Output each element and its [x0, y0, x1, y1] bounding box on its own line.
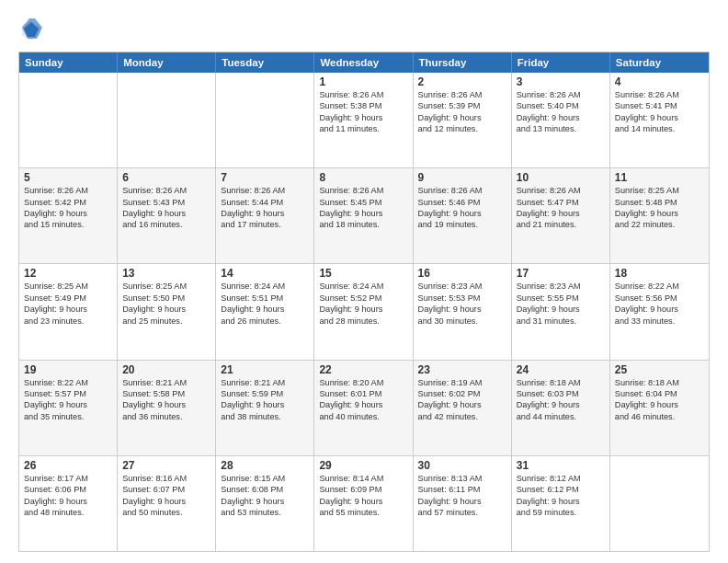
calendar: SundayMondayTuesdayWednesdayThursdayFrid…: [18, 52, 710, 552]
calendar-row-5: 26Sunrise: 8:17 AM Sunset: 6:06 PM Dayli…: [19, 455, 709, 551]
day-number: 29: [319, 459, 407, 472]
day-number: 11: [615, 171, 704, 184]
cell-text: Sunrise: 8:22 AM Sunset: 5:57 PM Dayligh…: [24, 377, 112, 423]
page: SundayMondayTuesdayWednesdayThursdayFrid…: [0, 0, 728, 563]
calendar-cell: 21Sunrise: 8:21 AM Sunset: 5:59 PM Dayli…: [216, 361, 314, 455]
day-number: 15: [319, 267, 407, 280]
calendar-cell: 4Sunrise: 8:26 AM Sunset: 5:41 PM Daylig…: [610, 73, 709, 167]
calendar-cell: 18Sunrise: 8:22 AM Sunset: 5:56 PM Dayli…: [610, 264, 709, 359]
header: [18, 17, 710, 42]
cell-text: Sunrise: 8:26 AM Sunset: 5:38 PM Dayligh…: [319, 89, 407, 135]
header-day-friday: Friday: [512, 52, 610, 73]
calendar-cell: 1Sunrise: 8:26 AM Sunset: 5:38 PM Daylig…: [314, 73, 413, 167]
calendar-cell: 23Sunrise: 8:19 AM Sunset: 6:02 PM Dayli…: [414, 361, 512, 455]
calendar-cell: 17Sunrise: 8:23 AM Sunset: 5:55 PM Dayli…: [512, 264, 610, 359]
cell-text: Sunrise: 8:15 AM Sunset: 6:08 PM Dayligh…: [221, 473, 309, 519]
calendar-cell: 28Sunrise: 8:15 AM Sunset: 6:08 PM Dayli…: [216, 456, 314, 551]
cell-text: Sunrise: 8:12 AM Sunset: 6:12 PM Dayligh…: [517, 473, 605, 519]
calendar-cell: 7Sunrise: 8:26 AM Sunset: 5:44 PM Daylig…: [216, 168, 314, 263]
cell-text: Sunrise: 8:21 AM Sunset: 5:59 PM Dayligh…: [221, 377, 309, 423]
calendar-cell: [19, 73, 118, 167]
calendar-cell: 5Sunrise: 8:26 AM Sunset: 5:42 PM Daylig…: [19, 168, 118, 263]
calendar-cell: 10Sunrise: 8:26 AM Sunset: 5:47 PM Dayli…: [512, 168, 610, 263]
calendar-cell: 9Sunrise: 8:26 AM Sunset: 5:46 PM Daylig…: [414, 168, 512, 263]
cell-text: Sunrise: 8:17 AM Sunset: 6:06 PM Dayligh…: [24, 473, 112, 519]
cell-text: Sunrise: 8:18 AM Sunset: 6:03 PM Dayligh…: [517, 377, 605, 423]
calendar-row-2: 5Sunrise: 8:26 AM Sunset: 5:42 PM Daylig…: [19, 167, 709, 263]
cell-text: Sunrise: 8:19 AM Sunset: 6:02 PM Dayligh…: [418, 377, 506, 423]
calendar-cell: 24Sunrise: 8:18 AM Sunset: 6:03 PM Dayli…: [512, 361, 610, 455]
calendar-cell: 22Sunrise: 8:20 AM Sunset: 6:01 PM Dayli…: [314, 361, 413, 455]
day-number: 13: [122, 267, 210, 280]
calendar-cell: 3Sunrise: 8:26 AM Sunset: 5:40 PM Daylig…: [512, 73, 610, 167]
calendar-cell: 13Sunrise: 8:25 AM Sunset: 5:50 PM Dayli…: [118, 264, 216, 359]
cell-text: Sunrise: 8:23 AM Sunset: 5:55 PM Dayligh…: [517, 281, 605, 327]
calendar-cell: [118, 73, 216, 167]
cell-text: Sunrise: 8:25 AM Sunset: 5:49 PM Dayligh…: [24, 281, 112, 327]
calendar-cell: 25Sunrise: 8:18 AM Sunset: 6:04 PM Dayli…: [610, 361, 709, 455]
calendar-cell: 16Sunrise: 8:23 AM Sunset: 5:53 PM Dayli…: [414, 264, 512, 359]
header-day-monday: Monday: [118, 52, 216, 73]
cell-text: Sunrise: 8:24 AM Sunset: 5:51 PM Dayligh…: [221, 281, 309, 327]
header-day-saturday: Saturday: [610, 52, 709, 73]
cell-text: Sunrise: 8:26 AM Sunset: 5:41 PM Dayligh…: [615, 89, 704, 135]
cell-text: Sunrise: 8:21 AM Sunset: 5:58 PM Dayligh…: [122, 377, 210, 423]
day-number: 6: [122, 171, 210, 184]
calendar-header: SundayMondayTuesdayWednesdayThursdayFrid…: [19, 52, 709, 73]
day-number: 1: [319, 75, 407, 88]
calendar-cell: 26Sunrise: 8:17 AM Sunset: 6:06 PM Dayli…: [19, 456, 118, 551]
cell-text: Sunrise: 8:26 AM Sunset: 5:40 PM Dayligh…: [517, 89, 605, 135]
day-number: 28: [221, 459, 309, 472]
calendar-cell: 31Sunrise: 8:12 AM Sunset: 6:12 PM Dayli…: [512, 456, 610, 551]
day-number: 5: [24, 171, 112, 184]
day-number: 10: [517, 171, 605, 184]
cell-text: Sunrise: 8:14 AM Sunset: 6:09 PM Dayligh…: [319, 473, 407, 519]
header-day-sunday: Sunday: [19, 52, 118, 73]
day-number: 4: [615, 75, 704, 88]
calendar-row-1: 1Sunrise: 8:26 AM Sunset: 5:38 PM Daylig…: [19, 73, 709, 167]
day-number: 21: [221, 363, 309, 376]
logo-icon: [18, 17, 44, 42]
day-number: 7: [221, 171, 309, 184]
day-number: 25: [615, 363, 704, 376]
calendar-cell: 27Sunrise: 8:16 AM Sunset: 6:07 PM Dayli…: [118, 456, 216, 551]
logo: [18, 17, 48, 42]
day-number: 3: [517, 75, 605, 88]
day-number: 9: [418, 171, 506, 184]
day-number: 18: [615, 267, 704, 280]
calendar-cell: 20Sunrise: 8:21 AM Sunset: 5:58 PM Dayli…: [118, 361, 216, 455]
calendar-cell: 15Sunrise: 8:24 AM Sunset: 5:52 PM Dayli…: [314, 264, 413, 359]
day-number: 26: [24, 459, 112, 472]
header-day-thursday: Thursday: [414, 52, 512, 73]
day-number: 17: [517, 267, 605, 280]
cell-text: Sunrise: 8:25 AM Sunset: 5:50 PM Dayligh…: [122, 281, 210, 327]
cell-text: Sunrise: 8:26 AM Sunset: 5:45 PM Dayligh…: [319, 185, 407, 231]
day-number: 8: [319, 171, 407, 184]
cell-text: Sunrise: 8:26 AM Sunset: 5:39 PM Dayligh…: [418, 89, 506, 135]
day-number: 23: [418, 363, 506, 376]
calendar-cell: 29Sunrise: 8:14 AM Sunset: 6:09 PM Dayli…: [314, 456, 413, 551]
day-number: 20: [122, 363, 210, 376]
cell-text: Sunrise: 8:26 AM Sunset: 5:46 PM Dayligh…: [418, 185, 506, 231]
day-number: 19: [24, 363, 112, 376]
cell-text: Sunrise: 8:26 AM Sunset: 5:44 PM Dayligh…: [221, 185, 309, 231]
day-number: 27: [122, 459, 210, 472]
cell-text: Sunrise: 8:23 AM Sunset: 5:53 PM Dayligh…: [418, 281, 506, 327]
header-day-tuesday: Tuesday: [216, 52, 314, 73]
calendar-cell: 30Sunrise: 8:13 AM Sunset: 6:11 PM Dayli…: [414, 456, 512, 551]
calendar-cell: 12Sunrise: 8:25 AM Sunset: 5:49 PM Dayli…: [19, 264, 118, 359]
day-number: 14: [221, 267, 309, 280]
calendar-row-4: 19Sunrise: 8:22 AM Sunset: 5:57 PM Dayli…: [19, 360, 709, 455]
day-number: 2: [418, 75, 506, 88]
calendar-cell: 6Sunrise: 8:26 AM Sunset: 5:43 PM Daylig…: [118, 168, 216, 263]
day-number: 31: [517, 459, 605, 472]
calendar-row-3: 12Sunrise: 8:25 AM Sunset: 5:49 PM Dayli…: [19, 263, 709, 359]
calendar-cell: [216, 73, 314, 167]
cell-text: Sunrise: 8:26 AM Sunset: 5:47 PM Dayligh…: [517, 185, 605, 231]
cell-text: Sunrise: 8:18 AM Sunset: 6:04 PM Dayligh…: [615, 377, 704, 423]
day-number: 30: [418, 459, 506, 472]
calendar-cell: 8Sunrise: 8:26 AM Sunset: 5:45 PM Daylig…: [314, 168, 413, 263]
cell-text: Sunrise: 8:25 AM Sunset: 5:48 PM Dayligh…: [615, 185, 704, 231]
cell-text: Sunrise: 8:20 AM Sunset: 6:01 PM Dayligh…: [319, 377, 407, 423]
header-day-wednesday: Wednesday: [314, 52, 413, 73]
